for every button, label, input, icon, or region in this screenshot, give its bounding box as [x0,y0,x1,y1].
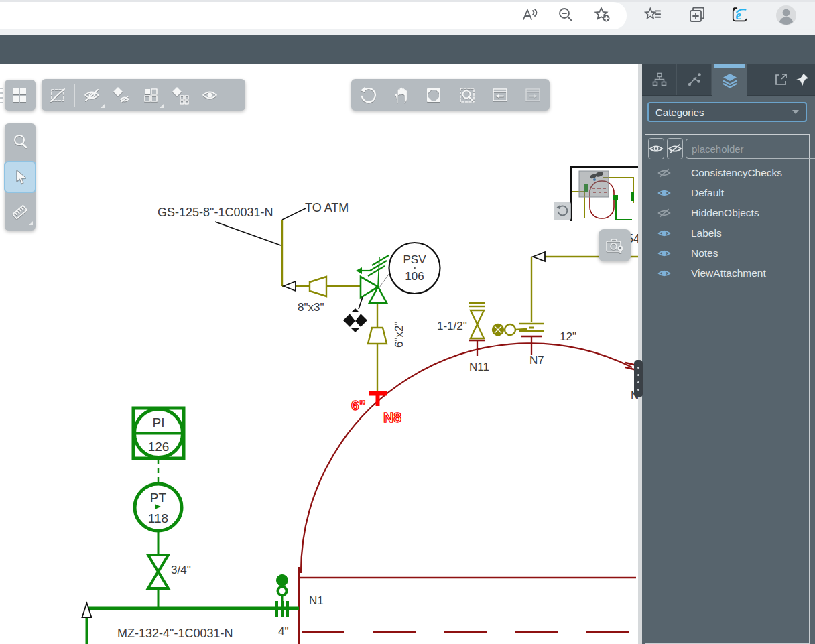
pin-panel-icon[interactable] [794,71,811,88]
layer-row[interactable]: Default [645,183,809,203]
vessel-outline[interactable] [299,336,637,644]
read-aloud-icon[interactable] [520,5,539,24]
olive-piping[interactable] [282,220,638,391]
visibility-on-icon[interactable] [656,268,672,279]
browser-toolbar: e [0,0,815,29]
hide-objects-button[interactable] [77,80,107,110]
layer-row[interactable]: ConsistencyChecks [645,163,809,183]
model-views-button[interactable] [5,80,34,110]
app-header-bar [0,35,815,64]
pt-tag-function: PT [150,491,167,505]
pid-drawing: GS-125-8"-1C0031-N TO ATM PSV 106 8"x3" … [0,64,638,644]
show-by-category-button[interactable] [136,80,166,110]
tab-model-tree[interactable] [642,64,677,95]
navigation-minimap[interactable] [570,166,638,221]
collections-icon[interactable] [688,5,706,24]
minimap-viewport[interactable] [579,171,609,197]
tab-layers[interactable] [712,64,747,96]
zoom-window-button[interactable] [452,80,482,110]
highlight-nozzle-label-n8: N8 [383,409,401,425]
layer-list-box: ConsistencyChecksDefaultHiddenObjectsLab… [645,134,810,644]
layer-name: Default [691,187,724,199]
psv-tag-number: 106 [405,270,424,283]
isolate-objects-button[interactable] [107,80,136,110]
chevron-down-icon [792,110,799,114]
categories-dropdown[interactable]: Categories [647,102,807,122]
zoom-tool-button[interactable] [5,127,35,156]
layer-name: HiddenObjects [691,207,759,219]
layer-row[interactable]: Notes [645,243,809,263]
layers-panel: Categories ConsistencyChecksDefaultHidde… [642,64,815,644]
visibility-on-icon[interactable] [656,248,672,259]
pi-tag-number: 126 [148,440,170,454]
capture-view-button[interactable] [599,229,631,261]
isolate-by-category-button[interactable] [166,80,195,110]
layer-name: Labels [691,227,722,239]
highlight-size-label: 6" [351,397,366,413]
next-view-button[interactable] [518,80,548,110]
layer-row[interactable]: HiddenObjects [645,203,809,223]
layer-list: ConsistencyChecksDefaultHiddenObjectsLab… [645,163,809,283]
selection-window-button[interactable] [43,80,72,110]
layer-name: Notes [691,247,718,259]
add-favorite-icon[interactable] [592,5,611,24]
visibility-on-icon[interactable] [656,228,672,239]
measure-tool-button[interactable] [5,198,35,227]
layer-row[interactable]: ViewAttachment [645,263,809,283]
profile-avatar[interactable] [775,4,798,27]
reducer-size-label-1: 8"x3" [298,301,324,314]
drawing-canvas[interactable]: GS-125-8"-1C0031-N TO ATM PSV 106 8"x3" … [0,64,638,644]
panel-resize-grip[interactable] [634,360,643,397]
layer-name: ViewAttachment [691,267,766,279]
line-number-label-2: MZ-132-4"-1C0031-N [117,627,233,640]
previous-view-button[interactable] [485,80,515,110]
side-tools-toolbar [5,123,36,231]
green-piping[interactable] [86,255,389,644]
psv-tag-function: PSV [403,253,426,266]
model-views-group [5,80,36,111]
pt-tag-number: 118 [148,511,168,525]
reset-view-button[interactable] [554,202,571,220]
categories-dropdown-value: Categories [655,107,704,118]
nozzle-label-n11: N11 [469,361,489,373]
visibility-on-icon[interactable] [656,188,672,198]
valve-size-label-2: 3/4" [171,564,191,576]
visibility-toolbar [42,79,245,111]
ie-mode-icon[interactable]: e [731,5,749,24]
reducer-size-label-2: 6"x2" [393,322,405,348]
visibility-off-icon[interactable] [656,208,672,218]
hide-all-layers-button[interactable] [667,138,683,159]
to-atm-label: TO ATM [305,201,349,214]
pipe-size-label-4: 4" [278,625,289,638]
nozzle-label-n1: N1 [309,594,324,607]
favorites-list-icon[interactable] [643,5,662,24]
zoom-out-icon[interactable] [556,5,575,24]
valve-size-label-1: 1-1/2" [437,320,467,332]
highlighted-nozzle-n8[interactable] [369,393,387,406]
select-tool-button[interactable] [5,162,35,192]
fit-to-view-button[interactable] [419,80,448,110]
pi-tag-function: PI [153,415,165,430]
pan-button[interactable] [386,80,416,110]
show-all-layers-button[interactable] [648,138,664,159]
tab-relationships[interactable] [677,64,712,95]
pipe-size-label-12: 12" [560,330,576,343]
show-all-button[interactable] [195,80,225,110]
layer-list-header [645,135,809,163]
visibility-off-icon[interactable] [656,168,672,178]
panel-tab-bar [642,64,815,96]
nozzle-label-n7: N7 [529,354,544,367]
pid-viewer-app: e [0,0,815,644]
collapsed-panel-edge [0,84,3,107]
orbit-reset-button[interactable] [353,80,383,110]
layer-search-input[interactable] [690,143,815,155]
navigation-toolbar [351,79,550,111]
layer-name: ConsistencyChecks [691,167,782,179]
layer-search-box [686,139,815,159]
layer-row[interactable]: Labels [645,223,809,243]
line-number-label: GS-125-8"-1C0031-N [158,206,273,219]
open-in-new-window-icon[interactable] [772,71,790,88]
